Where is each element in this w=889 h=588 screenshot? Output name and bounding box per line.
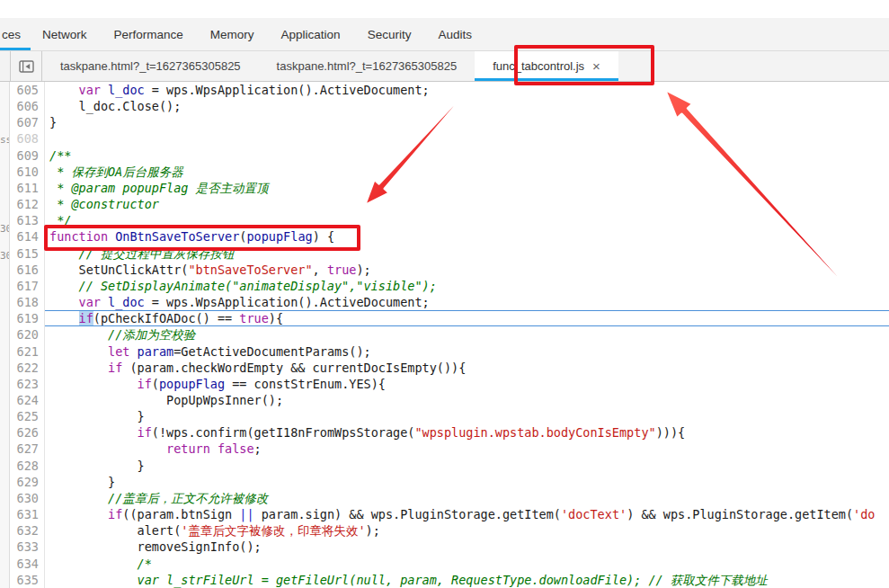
code-line-628[interactable]: } (45, 458, 889, 474)
code-line-625[interactable]: } (45, 408, 889, 424)
line-number[interactable]: 619 (10, 310, 44, 326)
panel-tabs-list: NetworkPerformanceMemoryApplicationSecur… (29, 18, 485, 50)
code-line-626[interactable]: if(!wps.confirm(getI18nFromWpsStorage("w… (45, 424, 889, 441)
close-tab-icon[interactable]: × (592, 59, 600, 73)
line-number[interactable]: 632 (10, 522, 44, 539)
file-tab-label: taskpane.html?_t=1627365305825 (277, 59, 458, 73)
line-number[interactable]: 623 (10, 376, 44, 392)
code-line-627[interactable]: return false; (45, 441, 889, 457)
code-line-624[interactable]: PopUpWpsInner(); (45, 392, 889, 408)
code-line-616[interactable]: SetUnClickAttr("btnSaveToServer", true); (45, 262, 889, 278)
line-number[interactable]: 606 (10, 98, 44, 114)
line-number[interactable]: 614 (10, 228, 44, 245)
code-line-610[interactable]: * 保存到OA后台服务器 (45, 164, 889, 180)
file-tab-label: taskpane.html?_t=1627365305825 (60, 59, 241, 73)
line-number[interactable]: 617 (10, 278, 44, 294)
line-number[interactable]: 635 (10, 572, 44, 588)
line-number[interactable]: 626 (10, 424, 44, 441)
code-line-621[interactable]: let param=GetActiveDocumentParams(); (45, 343, 889, 360)
code-line-631[interactable]: if((param.btnSign || param.sign) && wps.… (45, 506, 889, 522)
panel-tab-performance[interactable]: Performance (101, 18, 197, 50)
code-editor: ss3030 605606607608609610611612613614615… (0, 82, 889, 588)
panel-tab-security[interactable]: Security (354, 18, 425, 50)
line-number[interactable]: 608 (10, 130, 44, 147)
line-number[interactable]: 607 (10, 114, 44, 130)
file-tab-2[interactable]: func_tabcontrol.js× (475, 51, 618, 81)
file-tab-1[interactable]: taskpane.html?_t=1627365305825 (259, 51, 476, 81)
code-line-623[interactable]: if(popupFlag == constStrEnum.YES){ (45, 376, 889, 392)
toggle-navigator-icon (19, 60, 34, 73)
panel-tab-label: ces (2, 28, 21, 41)
clipped-sidebar-text: 30 (0, 248, 10, 264)
line-number[interactable]: 630 (10, 490, 44, 506)
line-number[interactable]: 629 (10, 474, 44, 490)
code-line-609[interactable]: /** (45, 147, 889, 164)
code-line-613[interactable]: */ (45, 212, 889, 228)
panel-tab-bar: ces NetworkPerformanceMemoryApplicationS… (0, 18, 889, 50)
line-number[interactable]: 625 (10, 408, 44, 424)
code-line-632[interactable]: alert('盖章后文字被修改，印章将失效'); (45, 522, 889, 539)
file-tabs-list: taskpane.html?_t=1627365305825taskpane.h… (42, 51, 618, 81)
line-number[interactable]: 611 (10, 180, 44, 196)
code-line-619[interactable]: if(pCheckIfOADoc() == true){ (45, 310, 889, 326)
line-number[interactable]: 609 (10, 147, 44, 164)
line-number[interactable]: 622 (10, 360, 44, 376)
code-line-605[interactable]: var l_doc = wps.WpsApplication().ActiveD… (45, 82, 889, 98)
code-line-606[interactable]: l_doc.Close(); (45, 98, 889, 114)
code-line-634[interactable]: /* (45, 556, 889, 572)
line-number[interactable]: 631 (10, 506, 44, 522)
panel-tab-memory[interactable]: Memory (197, 18, 268, 50)
line-number[interactable]: 616 (10, 262, 44, 278)
code-line-630[interactable]: //盖章后，正文不允许被修改 (45, 490, 889, 506)
panel-tab-application[interactable]: Application (268, 18, 354, 50)
line-number[interactable]: 618 (10, 294, 44, 310)
line-number[interactable]: 605 (10, 82, 44, 98)
code-line-608[interactable] (45, 130, 889, 147)
file-tab-label: func_tabcontrol.js (493, 59, 584, 73)
code-line-620[interactable]: //添加为空校验 (45, 326, 889, 343)
line-number[interactable]: 612 (10, 196, 44, 212)
line-number[interactable]: 613 (10, 212, 44, 228)
line-number[interactable]: 624 (10, 392, 44, 408)
code-line-615[interactable]: // 提交过程中置灰保存按钮 (45, 245, 889, 262)
panel-tab-audits[interactable]: Audits (424, 18, 485, 50)
code-line-618[interactable]: var l_doc = wps.WpsApplication().ActiveD… (45, 294, 889, 310)
code-line-635[interactable]: var l_strFileUrl = getFileUrl(null, para… (45, 572, 889, 588)
line-number-gutter: 6056066076086096106116126136146156166176… (10, 82, 45, 588)
clipped-sidebar-text: ss (0, 132, 10, 148)
clipped-sidebar-text: 30 (0, 221, 10, 237)
title-strip (0, 0, 889, 18)
panel-tab-network[interactable]: Network (29, 18, 101, 50)
code-line-622[interactable]: if (param.checkWordEmpty && currentDocIs… (45, 360, 889, 376)
left-panel-edge: ss3030 (0, 82, 10, 588)
devtools-window: ces NetworkPerformanceMemoryApplicationS… (0, 0, 889, 588)
active-file-tab-underline (475, 78, 618, 81)
file-tab-0[interactable]: taskpane.html?_t=1627365305825 (42, 51, 259, 81)
line-number[interactable]: 610 (10, 164, 44, 180)
code-line-611[interactable]: * @param popupFlag 是否主动置顶 (45, 180, 889, 196)
line-number[interactable]: 628 (10, 458, 44, 474)
panel-tab-sources-partial[interactable]: ces (0, 18, 29, 50)
code-line-607[interactable]: } (45, 114, 889, 130)
line-number[interactable]: 634 (10, 556, 44, 572)
file-tab-bar: taskpane.html?_t=1627365305825taskpane.h… (0, 50, 889, 82)
code-line-614[interactable]: function OnBtnSaveToServer(popupFlag) { (45, 228, 889, 245)
line-number[interactable]: 620 (10, 326, 44, 343)
toggle-navigator-button[interactable] (10, 51, 42, 81)
line-number[interactable]: 633 (10, 539, 44, 555)
code-line-629[interactable]: } (45, 474, 889, 490)
line-number[interactable]: 621 (10, 343, 44, 360)
line-number[interactable]: 615 (10, 245, 44, 262)
code-line-617[interactable]: // SetDisplayAnimate("animateDisplay","v… (45, 278, 889, 294)
code-line-633[interactable]: removeSignInfo(); (45, 539, 889, 555)
code-line-612[interactable]: * @constructor (45, 196, 889, 212)
code-pane[interactable]: var l_doc = wps.WpsApplication().ActiveD… (45, 82, 889, 588)
line-number[interactable]: 627 (10, 441, 44, 457)
